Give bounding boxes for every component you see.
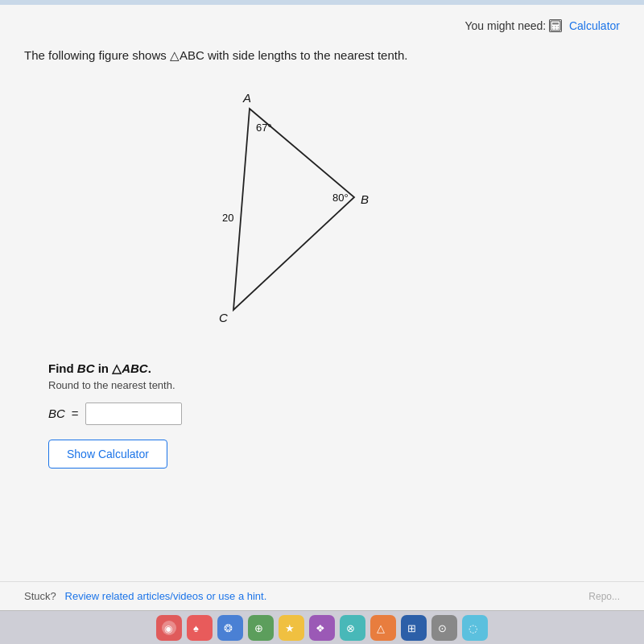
- calc-hint-text: You might need:: [465, 19, 547, 32]
- svg-rect-1: [552, 23, 559, 25]
- dock-icon-1[interactable]: ♠: [187, 615, 213, 641]
- dock-icon-10[interactable]: ◌: [462, 615, 488, 641]
- svg-text:⊞: ⊞: [407, 622, 416, 634]
- svg-text:80°: 80°: [332, 192, 349, 204]
- svg-text:67°: 67°: [256, 122, 272, 134]
- show-calculator-button[interactable]: Show Calculator: [48, 440, 167, 469]
- svg-text:A: A: [242, 91, 251, 105]
- svg-text:◌: ◌: [469, 622, 477, 634]
- dock-icon-5[interactable]: ❖: [309, 615, 335, 641]
- report-link[interactable]: Repo...: [588, 591, 620, 602]
- bc-input-row: BC =: [48, 402, 620, 425]
- dock-icon-9[interactable]: ⊙: [431, 615, 457, 641]
- find-subtitle: Round to the nearest tenth.: [48, 379, 620, 391]
- svg-text:★: ★: [285, 622, 295, 634]
- svg-point-7: [558, 28, 559, 30]
- dock-icon-8[interactable]: ⊞: [401, 615, 427, 641]
- dock-icon-2[interactable]: ❂: [217, 615, 243, 641]
- page-content: You might need: Calculator The following…: [0, 5, 644, 644]
- svg-text:C: C: [219, 311, 228, 324]
- calculator-icon: [549, 19, 562, 32]
- bc-equals: =: [72, 407, 79, 420]
- calculator-link[interactable]: Calculator: [569, 19, 620, 32]
- stuck-bar: Stuck? Review related articles/videos or…: [0, 581, 644, 610]
- svg-text:❖: ❖: [316, 622, 325, 634]
- dock-icon-0[interactable]: ◉: [156, 615, 182, 641]
- dock-icon-3[interactable]: ⊕: [248, 615, 274, 641]
- svg-point-4: [558, 26, 559, 27]
- stuck-link[interactable]: Review related articles/videos or use a …: [65, 590, 267, 602]
- bc-label: BC: [48, 407, 65, 420]
- dock-icon-6[interactable]: ⊗: [340, 615, 365, 641]
- svg-text:⊗: ⊗: [346, 622, 355, 634]
- dock-icon-4[interactable]: ★: [279, 615, 304, 641]
- find-title: Find BC in △ABC.: [48, 361, 620, 376]
- mac-dock: ◉ ♠ ❂ ⊕ ★ ❖ ⊗ △ ⊞ ⊙ ◌: [0, 610, 644, 644]
- svg-text:△: △: [377, 622, 385, 634]
- svg-text:⊕: ⊕: [254, 622, 263, 634]
- svg-text:◉: ◉: [164, 623, 172, 634]
- svg-point-6: [555, 28, 556, 30]
- svg-point-2: [552, 26, 554, 27]
- svg-text:B: B: [361, 192, 369, 206]
- svg-text:❂: ❂: [224, 622, 233, 634]
- bc-answer-input[interactable]: [85, 402, 182, 425]
- svg-point-5: [552, 28, 554, 30]
- svg-text:⊙: ⊙: [438, 622, 447, 634]
- calc-hint-row: You might need: Calculator: [24, 19, 620, 32]
- svg-text:♠: ♠: [193, 622, 199, 634]
- question-text: The following figure shows △ABC with sid…: [24, 47, 620, 65]
- svg-text:20: 20: [222, 212, 233, 224]
- stuck-text: Stuck? Review related articles/videos or…: [24, 590, 266, 602]
- find-section: Find BC in △ABC. Round to the nearest te…: [48, 361, 620, 493]
- triangle-diagram: A B C 67° 80° 20: [185, 85, 459, 337]
- svg-marker-8: [233, 109, 354, 310]
- svg-point-3: [555, 26, 556, 27]
- dock-icon-7[interactable]: △: [370, 615, 396, 641]
